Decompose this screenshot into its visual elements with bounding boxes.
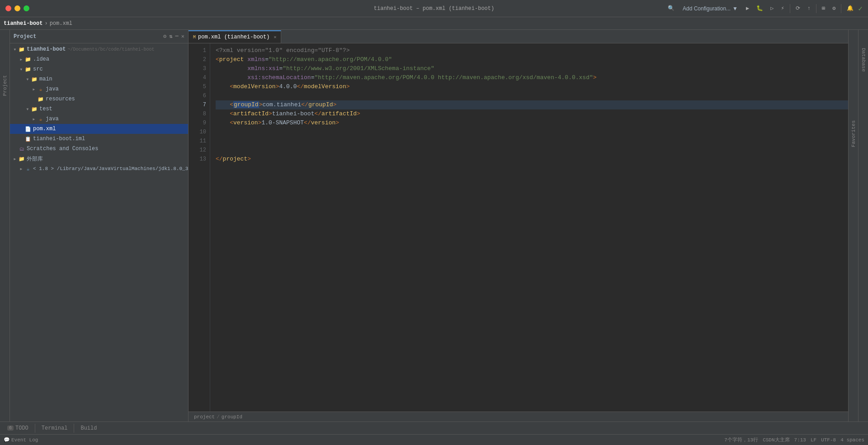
cog-icon[interactable]: ⚙: [163, 33, 166, 40]
editor-tab-pom-xml[interactable]: M pom.xml (tianhei-boot) ✕: [189, 30, 281, 43]
folder-icon-idea: 📁: [24, 56, 32, 63]
line-num-1: 1: [189, 46, 206, 55]
sort-icon[interactable]: ⇅: [169, 33, 172, 40]
tree-label-main: main: [39, 76, 52, 82]
tree-item-root[interactable]: ▼ 📁 tianhei-boot ~/Documents/bc/code/tia…: [10, 44, 188, 54]
line-num-9: 9: [189, 118, 206, 128]
database-label[interactable]: Database: [861, 48, 866, 72]
project-panel-label[interactable]: Project: [2, 75, 8, 96]
arrow-icon-java-test: ▶: [31, 116, 37, 122]
event-log-button[interactable]: 💬 Event Log: [4, 437, 38, 443]
line-num-11: 11: [189, 137, 206, 146]
folder-icon-external-libs: 📁: [18, 155, 25, 162]
bottom-breadcrumb-groupid[interactable]: groupId: [222, 414, 242, 420]
close-button[interactable]: [5, 5, 11, 11]
java-folder-icon-test: ☕: [37, 115, 44, 123]
bottom-sep-1: [35, 424, 35, 433]
code-line-3: xmlns:xsi="http://www.w3.org/2001/XMLSch…: [216, 64, 848, 73]
profile-button[interactable]: ⚡: [778, 2, 787, 15]
arrow-icon-idea: ▶: [18, 56, 24, 62]
tree-item-src[interactable]: ▼ 📁 src: [10, 64, 188, 74]
status-line-col[interactable]: 7:13: [794, 437, 806, 443]
sidebar-tree: ▼ 📁 tianhei-boot ~/Documents/bc/code/tia…: [10, 43, 188, 421]
tree-item-main[interactable]: ▼ 📁 main: [10, 74, 188, 84]
tab-close-button[interactable]: ✕: [274, 34, 276, 40]
update-button[interactable]: ⟳: [793, 2, 803, 15]
breadcrumb-file[interactable]: pom.xml: [50, 20, 72, 27]
window-title: tianhei-boot – pom.xml (tianhei-boot): [374, 5, 494, 12]
tree-item-resources[interactable]: ▶ 📁 resources: [10, 94, 188, 104]
breadcrumb-project[interactable]: tianhei-boot: [4, 20, 42, 27]
run-button[interactable]: ▶: [743, 2, 752, 15]
tree-label-test: test: [39, 106, 52, 112]
search-everywhere-icon[interactable]: 🔍: [665, 2, 677, 15]
event-log-icon: 💬: [4, 437, 10, 443]
folder-icon-test: 📁: [31, 105, 38, 113]
terminal-label: Terminal: [42, 425, 68, 431]
collapse-icon[interactable]: —: [175, 33, 179, 40]
code-content[interactable]: <?xml version="1.0" encoding="UTF-8"?> <…: [210, 43, 848, 412]
project-structure-button[interactable]: ⊞: [819, 2, 828, 15]
code-line-5: <modelVersion>4.0.0</modelVersion>: [216, 82, 848, 91]
line-num-3: 3: [189, 64, 206, 73]
tree-item-jdk[interactable]: ▶ ☕ < 1.8 > /Library/Java/JavaVirtualMac…: [10, 164, 188, 174]
build-label: Build: [80, 425, 97, 431]
tree-item-iml[interactable]: ▶ 📋 tianhei-boot.iml: [10, 134, 188, 144]
toolbar-sep-1: [790, 4, 790, 13]
status-git-label[interactable]: CSDN大主席: [763, 436, 789, 443]
add-configuration-button[interactable]: Add Configuration... ▼: [679, 4, 741, 14]
minimize-button[interactable]: [14, 5, 20, 11]
add-config-arrow: ▼: [732, 5, 738, 12]
tree-item-external-libs[interactable]: ▶ 📁 外部库: [10, 154, 188, 164]
sidebar-header-icons: ⚙ ⇅ — ✕: [163, 33, 184, 40]
bottom-tab-terminal[interactable]: Terminal: [38, 423, 71, 434]
tree-item-test[interactable]: ▼ 📁 test: [10, 104, 188, 114]
notifications-button[interactable]: 🔔: [844, 2, 856, 15]
sidebar-title: Project: [14, 33, 36, 40]
favorites-label[interactable]: Favorites: [851, 120, 856, 147]
bottom-tab-build[interactable]: Build: [77, 423, 100, 434]
tab-xml-icon: M: [193, 35, 196, 40]
bottom-tab-todo[interactable]: 6 TODO: [4, 423, 32, 434]
tree-item-java-main[interactable]: ▶ ☕ java: [10, 84, 188, 94]
tree-path-root: ~/Documents/bc/code/tianhei-boot: [67, 47, 154, 52]
bottom-sep-2: [74, 424, 74, 433]
debug-button[interactable]: 🐛: [754, 2, 766, 15]
tab-pom-label: pom.xml (tianhei-boot): [198, 34, 269, 40]
line-num-12: 12: [189, 146, 206, 155]
add-config-label: Add Configuration...: [683, 5, 731, 12]
tree-label-root: tianhei-boot: [27, 46, 66, 52]
vcs-button[interactable]: ↑: [805, 2, 813, 15]
code-line-1: <?xml version="1.0" encoding="UTF-8"?>: [216, 46, 848, 55]
run-with-coverage-button[interactable]: ▷: [768, 2, 776, 15]
toolbar-right-icons: 🔍 Add Configuration... ▼ ▶ 🐛 ▷ ⚡ ⟳ ↑ ⊞ ⚙…: [665, 2, 868, 15]
maximize-button[interactable]: [24, 5, 29, 11]
tree-item-scratches[interactable]: ▶ 🗂 Scratches and Consoles: [10, 144, 188, 154]
status-bar-right: 7个字符，13行 CSDN大主席 7:13 LF UTF-8 4 spaces: [724, 436, 864, 443]
arrow-external-libs: ▶: [12, 156, 18, 162]
tree-item-java-test[interactable]: ▶ ☕ java: [10, 114, 188, 124]
code-editor: 1 2 3 4 5 6 ● 7 8 9 10 11 12 13: [189, 43, 848, 412]
tree-label-pom-xml: pom.xml: [33, 126, 56, 132]
event-log-label: Event Log: [11, 437, 38, 443]
check-icon: ✓: [858, 4, 863, 13]
tree-item-idea[interactable]: ▶ 📁 .idea: [10, 54, 188, 64]
xml-file-icon: 📄: [24, 125, 32, 133]
close-panel-icon[interactable]: ✕: [181, 33, 184, 40]
code-line-11: [216, 137, 848, 146]
line-num-10: 10: [189, 128, 206, 137]
status-encoding[interactable]: UTF-8: [821, 437, 836, 443]
tree-label-jdk: < 1.8 > /Library/Java/JavaVirtualMachine…: [33, 166, 188, 171]
bottom-breadcrumb-project[interactable]: project: [194, 414, 215, 420]
line-num-4: 4: [189, 73, 206, 82]
status-lf[interactable]: LF: [811, 437, 816, 443]
status-indent[interactable]: 4 spaces: [840, 437, 864, 443]
bottom-toolbar: 6 TODO Terminal Build: [0, 421, 868, 434]
line-num-6: 6: [189, 91, 206, 100]
tree-item-pom-xml[interactable]: ▶ 📄 pom.xml: [10, 124, 188, 134]
arrow-icon-test: ▼: [24, 106, 31, 112]
settings-button[interactable]: ⚙: [830, 2, 838, 15]
bottom-breadcrumb: project / groupId: [189, 412, 848, 421]
java-folder-icon-main: ☕: [37, 85, 44, 93]
code-line-4: xsi:schemaLocation="http://maven.apache.…: [216, 73, 848, 82]
